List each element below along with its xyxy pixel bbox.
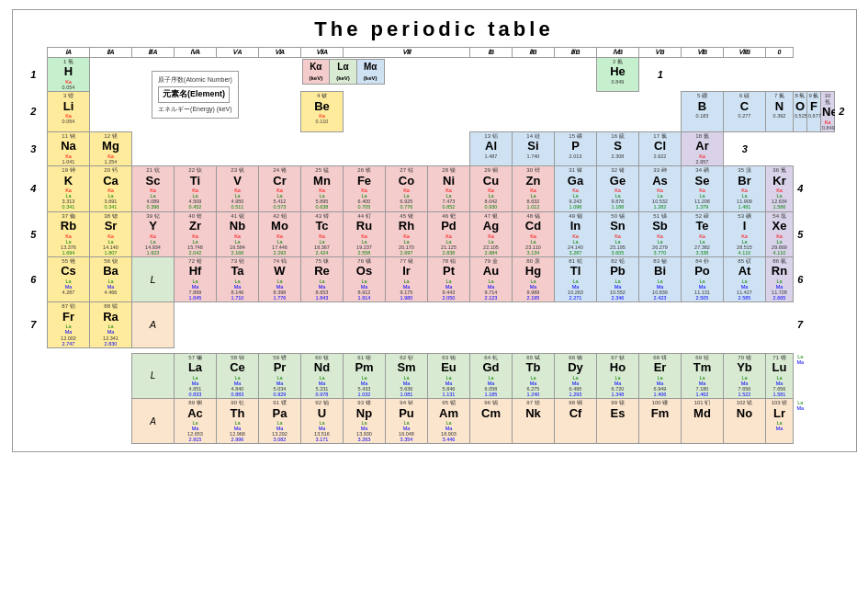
group-iib: ⅡB [513, 48, 555, 58]
period-5-label: 5 [20, 211, 48, 256]
element-Br: 35 溴 Br Ka La 11.909 1.481 [724, 166, 766, 211]
actini-empty-left [48, 399, 132, 444]
element-Tb: 65 铽 Tb La Ma 6.275 1.240 [513, 353, 555, 398]
lantha-period-label [20, 353, 48, 398]
group-ia: ⅠA [48, 48, 90, 58]
period-7-label: 7 [20, 302, 48, 347]
period-5-label-r: 5 [794, 211, 807, 256]
element-Pd: 46 钯 Pd Ka La 21.125 2.838 [428, 211, 470, 256]
period-6-label-r: 6 [794, 256, 807, 301]
element-F: 9 氟 F 0.677 [807, 91, 821, 131]
element-Ag: 47 银 Ag Ka La 22.105 2.984 [470, 211, 513, 256]
empty-period1-mid [386, 57, 597, 91]
page-container: The periodic table [12, 9, 857, 452]
period-1-row: 1 1 氢 H Ka 0.054 原子序数(Atomic Number) 元素名… [20, 57, 849, 91]
element-Pb: 82 铅 Pb La Ma 10.552 2.346 [597, 256, 639, 301]
element-Dy: 66 镝 Dy La Ma 6.495 1.293 [555, 353, 597, 398]
legend-element-name: 元素名(Element) [158, 86, 230, 103]
element-Re: 75 铼 Re La Ma 8.653 1.843 [301, 256, 344, 301]
element-Ne: 10 氖 Ne Ka 0.849 [821, 91, 835, 131]
element-Ho: 67 钬 Ho La Ma 6.720 1.348 [597, 353, 639, 398]
element-Pa: 91 镤 Pa La Ma 13.292 3.082 [259, 399, 301, 444]
periodic-table: ⅠA ⅡA ⅢA ⅣA ⅤA ⅥA ⅦA Ⅷ ⅠB ⅡB ⅢB ⅣB ⅤB ⅥB… [20, 47, 849, 444]
element-Hf: 72 铪 Hf La Ma 7.899 1.645 [175, 256, 217, 301]
actini-placeholder-7: A [132, 302, 175, 347]
element-Y: 39 钇 Y Ka La 14.934 1.923 [132, 211, 175, 256]
element-Lr: 103 铹 Lr La Ma [766, 399, 794, 444]
period-2-label: 2 [20, 91, 48, 131]
element-In: 49 铟 In Ka La 24.140 3.287 [555, 211, 597, 256]
lantha-placeholder-6: L [132, 256, 175, 301]
element-B: 5 硼 B 0.183 [682, 91, 724, 131]
element-Bk: 97 锫 Nk [513, 399, 555, 444]
lantha-empty-left [48, 353, 132, 398]
element-Ga: 31 镓 Ga Ka La 9.243 1.098 [555, 166, 597, 211]
period-7-row: 7 87 钫 Fr La Ma 12.002 2.747 88 镭 Ra La … [20, 302, 849, 347]
element-Li: 3 锂 Li Ka 0.054 [48, 91, 90, 131]
lantha-period-right [807, 353, 821, 398]
element-Sb: 51 锑 Sb Ka La 26.279 3.770 [639, 211, 682, 256]
element-Rn: 86 氡 Rn La Ma 11.728 2.665 [766, 256, 794, 301]
element-C: 6 碳 C 0.277 [724, 91, 766, 131]
element-U: 92 铀 U La Ma 13.516 3.171 [301, 399, 344, 444]
group-va: ⅤA [217, 48, 259, 58]
element-V: 23 钒 V Ka La 4.950 0.511 [217, 166, 259, 211]
element-Md: 101 钔 Md [682, 399, 724, 444]
swatch-la: Lα(keV) [330, 59, 357, 84]
element-Nd: 60 钕 Nd La Ma 5.231 0.978 [301, 353, 344, 398]
group-via: ⅥA [259, 48, 301, 58]
element-Tl: 81 铊 Tl La Ma 10.263 2.271 [555, 256, 597, 301]
element-Cm: 96 锔 Cm [470, 399, 513, 444]
element-Fr: 87 钫 Fr La Ma 12.002 2.747 [48, 302, 90, 347]
element-Np: 93 镎 Np La Ma 13.930 3.263 [344, 399, 386, 444]
period-1-label: 1 [20, 57, 48, 91]
element-Tc: 43 锝 Tc Ka La 18.367 2.424 [301, 211, 344, 256]
legend-area: 原子序数(Atomic Number) 元素名(Element) エネルギー(E… [90, 57, 301, 131]
period-4-label: 4 [20, 166, 48, 211]
element-Al: 13 铝 Al 1.487 [470, 131, 513, 165]
group-0: 0 [766, 48, 794, 58]
group-vb: ⅤB [639, 48, 682, 58]
period-3-label-r: 3 [724, 131, 766, 165]
element-Cu: 29 铜 Cu Ka La 8.042 0.930 [470, 166, 513, 211]
element-Co: 27 钴 Co Ka La 6.925 0.776 [386, 166, 428, 211]
table-wrapper: ⅠA ⅡA ⅢA ⅣA ⅤA ⅥA ⅦA Ⅷ ⅠB ⅡB ⅢB ⅣB ⅤB ⅥB… [20, 47, 849, 444]
group-viib: ⅦB [724, 48, 766, 58]
group-vib: ⅥB [682, 48, 724, 58]
group-iiib: ⅢB [555, 48, 597, 58]
element-Mo: 42 钼 Mo Ka La 17.446 2.293 [259, 211, 301, 256]
empty-p7-rest [175, 302, 794, 347]
swatch-ka: Kα(keV) [302, 59, 330, 84]
element-Pm: 61 钷 Pm La Ma 5.433 1.032 [344, 353, 386, 398]
element-Zn: 30 锌 Zn Ka La 8.632 1.012 [513, 166, 555, 211]
lantha-label: L [132, 353, 175, 398]
empty-cell-r [794, 48, 807, 58]
lanthanide-row: L 57 镧 La La Ma 4.651 0.833 58 铈 Ce La M… [20, 353, 849, 398]
element-Lu: 71 镥 Lu La Ma 7.656 1.581 [766, 353, 794, 398]
element-Pr: 59 镨 Pr La Ma 5.034 0.929 [259, 353, 301, 398]
element-Rh: 45 铑 Rh Ka La 20.170 2.697 [386, 211, 428, 256]
period-2-label-r: 2 [835, 91, 849, 131]
element-Na: 11 钠 Na Ka 1.041 [48, 131, 90, 165]
element-At: 85 砹 At La Ma 11.427 2.585 [724, 256, 766, 301]
element-Ra: 88 镭 Ra La Ma 12.341 2.830 [90, 302, 132, 347]
element-Hg: 80 汞 Hg La Ma 9.989 2.195 [513, 256, 555, 301]
period-7-label-r: 7 [794, 302, 807, 347]
element-Gd: 64 钆 Gd La Ma 6.058 1.185 [470, 353, 513, 398]
element-Ce: 58 铈 Ce La Ma 4.840 0.883 [217, 353, 259, 398]
group-viii: Ⅷ [344, 48, 470, 58]
actini-period-right [807, 399, 821, 444]
empty-p2-mid [344, 91, 682, 131]
element-Yb: 70 镱 Yb La Ma 7.656 1.522 [724, 353, 766, 398]
element-Am: 95 镅 Am La Ma 18.903 3.446 [428, 399, 470, 444]
element-Ge: 32 锗 Ge Ka La 9.876 1.188 [597, 166, 639, 211]
element-Os: 76 锇 Os La Ma 8.912 1.914 [344, 256, 386, 301]
element-Xe: 54 氙 Xe Ka La 29.669 4.110 [766, 211, 794, 256]
period-4-label-r: 4 [794, 166, 807, 211]
element-Ar: 18 氩 Ar Ka 2.957 [682, 131, 724, 165]
group-header-row: ⅠA ⅡA ⅢA ⅣA ⅤA ⅥA ⅦA Ⅷ ⅠB ⅡB ⅢB ⅣB ⅤB ⅥB… [20, 48, 849, 58]
lantha-edge-right: La Ma [794, 353, 807, 398]
element-Cf: 98 锎 Cf [555, 399, 597, 444]
element-O: 8 氧 O 0.525 [794, 91, 807, 131]
element-Rb: 37 铷 Rb Ka La 13.376 1.694 [48, 211, 90, 256]
